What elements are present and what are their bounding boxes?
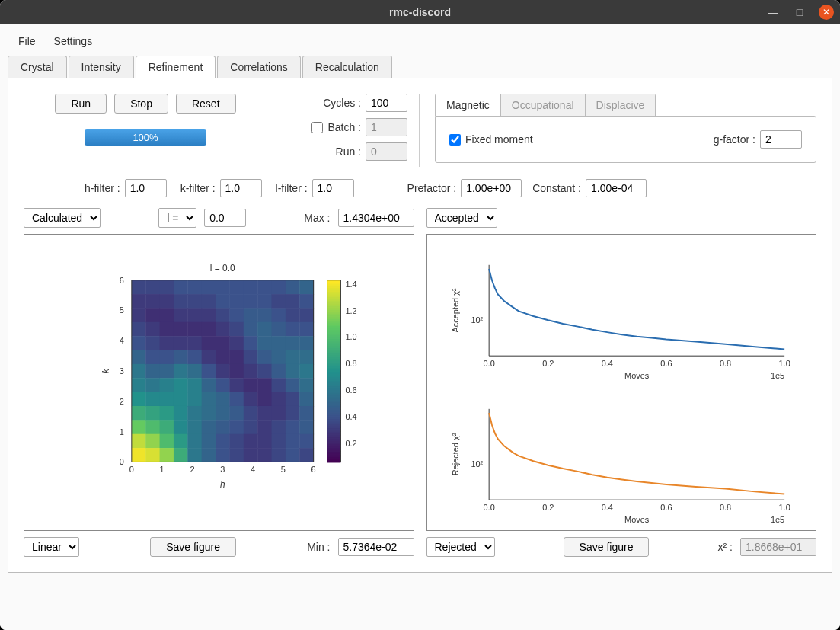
min-label: Min : <box>307 541 330 553</box>
svg-text:0.4: 0.4 <box>601 503 612 512</box>
stop-button[interactable]: Stop <box>114 94 168 114</box>
svg-text:2: 2 <box>120 397 124 406</box>
max-input[interactable] <box>338 209 414 227</box>
svg-rect-38 <box>299 308 314 322</box>
svg-rect-163 <box>229 448 244 462</box>
svg-rect-145 <box>160 434 174 449</box>
hfilter-label: h-filter : <box>85 182 120 194</box>
svg-rect-111 <box>229 392 244 407</box>
prefactor-input[interactable] <box>461 179 522 197</box>
svg-rect-149 <box>216 434 230 449</box>
svg-rect-73 <box>244 350 258 365</box>
svg-rect-139 <box>257 420 272 434</box>
tab-crystal[interactable]: Crystal <box>8 56 67 78</box>
constant-input[interactable] <box>586 179 647 197</box>
refinement-panel: Run Stop Reset 100% Cycles : Batch : <box>8 78 832 573</box>
svg-rect-146 <box>174 434 188 449</box>
plot-mode-select[interactable]: Calculated <box>24 208 101 228</box>
constant-label: Constant : <box>532 182 581 194</box>
svg-rect-125 <box>244 406 258 421</box>
svg-rect-161 <box>202 448 216 462</box>
progress-bar: 100% <box>85 129 206 146</box>
save-figure-left-button[interactable]: Save figure <box>150 537 236 557</box>
svg-rect-91 <box>132 378 146 392</box>
svg-rect-33 <box>229 308 244 322</box>
svg-rect-123 <box>216 406 230 421</box>
minimize-icon[interactable]: — <box>765 5 781 20</box>
svg-text:6: 6 <box>120 276 124 285</box>
axis-value-input[interactable] <box>204 209 246 227</box>
gfactor-input[interactable] <box>760 130 802 149</box>
run-label: Run : <box>336 146 361 158</box>
kfilter-input[interactable] <box>220 179 262 197</box>
svg-rect-27 <box>145 308 160 322</box>
svg-rect-61 <box>257 336 272 350</box>
svg-rect-58 <box>216 336 230 350</box>
svg-text:1.0: 1.0 <box>778 359 790 368</box>
svg-rect-109 <box>202 392 216 407</box>
svg-text:h: h <box>220 479 225 490</box>
svg-rect-12 <box>299 280 314 295</box>
svg-text:0.0: 0.0 <box>483 503 494 512</box>
main-tabs: Crystal Intensity Refinement Correlation… <box>8 55 832 78</box>
svg-rect-62 <box>272 336 286 350</box>
svg-rect-113 <box>257 392 272 407</box>
svg-text:0.8: 0.8 <box>345 359 356 368</box>
svg-rect-138 <box>244 420 258 434</box>
menu-settings[interactable]: Settings <box>50 34 97 49</box>
menu-file[interactable]: File <box>14 34 40 49</box>
svg-rect-153 <box>272 434 286 449</box>
close-icon[interactable]: ✕ <box>819 5 834 20</box>
tab-intensity[interactable]: Intensity <box>69 56 134 78</box>
svg-rect-20 <box>229 294 244 309</box>
svg-rect-89 <box>286 364 300 379</box>
svg-rect-29 <box>174 308 188 322</box>
tab-refinement[interactable]: Refinement <box>136 56 216 78</box>
cycles-input[interactable] <box>366 94 407 112</box>
svg-rect-99 <box>244 378 258 392</box>
chi-top-select[interactable]: Accepted <box>426 208 497 228</box>
svg-rect-82 <box>187 364 202 379</box>
reset-button[interactable]: Reset <box>176 94 236 114</box>
svg-rect-42 <box>174 322 188 337</box>
svg-rect-60 <box>244 336 258 350</box>
lfilter-input[interactable] <box>312 179 354 197</box>
min-input[interactable] <box>338 538 414 556</box>
svg-rect-159 <box>174 448 188 462</box>
svg-rect-39 <box>132 322 146 337</box>
svg-rect-121 <box>187 406 202 421</box>
maximize-icon[interactable]: □ <box>792 5 807 20</box>
svg-rect-23 <box>272 294 286 309</box>
svg-rect-102 <box>286 378 300 392</box>
svg-rect-13 <box>132 294 146 309</box>
tab-correlations[interactable]: Correlations <box>217 56 300 78</box>
lfilter-label: l-filter : <box>276 182 308 194</box>
save-figure-right-button[interactable]: Save figure <box>564 537 650 557</box>
svg-rect-167 <box>286 448 300 462</box>
max-label: Max : <box>304 212 330 224</box>
svg-rect-31 <box>202 308 216 322</box>
svg-rect-49 <box>272 322 286 337</box>
tab-recalculation[interactable]: Recalculation <box>302 56 392 78</box>
svg-rect-81 <box>174 364 188 379</box>
scale-select[interactable]: Linear <box>24 537 79 557</box>
svg-rect-8 <box>244 280 258 295</box>
svg-rect-122 <box>202 406 216 421</box>
svg-rect-45 <box>216 322 230 337</box>
fixed-moment-label: Fixed moment <box>465 133 533 146</box>
chi-bottom-select[interactable]: Rejected <box>426 537 495 557</box>
svg-text:1.0: 1.0 <box>778 503 790 512</box>
axis-select[interactable]: l = <box>158 208 196 228</box>
svg-rect-21 <box>244 294 258 309</box>
svg-rect-1 <box>145 280 160 295</box>
fixed-moment-checkbox[interactable] <box>449 134 461 146</box>
inner-tab-magnetic[interactable]: Magnetic <box>436 94 501 116</box>
svg-rect-115 <box>286 392 300 407</box>
chi2-label: x² : <box>718 541 733 553</box>
batch-checkbox[interactable] <box>311 122 323 133</box>
svg-rect-74 <box>257 350 272 365</box>
svg-text:0.4: 0.4 <box>601 359 612 368</box>
run-button[interactable]: Run <box>55 94 107 114</box>
hfilter-input[interactable] <box>125 179 167 197</box>
svg-rect-116 <box>299 392 314 407</box>
